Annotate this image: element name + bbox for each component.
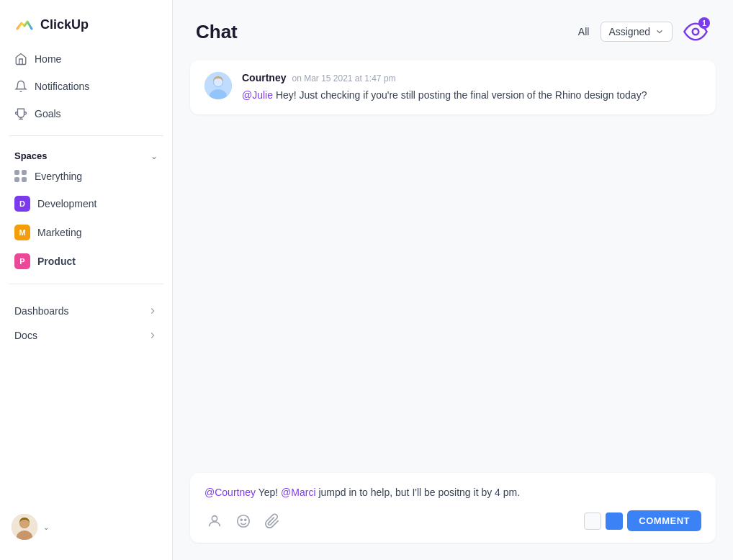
paperclip-icon xyxy=(264,513,280,529)
message-text: @Julie Hey! Just checking if you're stil… xyxy=(242,88,647,103)
sidebar-item-goals[interactable]: Goals xyxy=(6,101,166,127)
sidebar-item-marketing[interactable]: M Marketing xyxy=(6,219,166,246)
main-header: Chat All Assigned 1 xyxy=(173,0,733,60)
reply-compose-box: @Courtney Yep! @Marci jumpd in to help, … xyxy=(190,473,716,543)
sidebar-item-development-label: Development xyxy=(37,198,97,209)
sidebar-item-home-label: Home xyxy=(35,53,61,65)
sidebar: ClickUp Home Notifications xyxy=(0,0,173,560)
sidebar-item-product[interactable]: P Product xyxy=(6,248,166,275)
marketing-badge: M xyxy=(14,225,30,240)
reply-mention-courtney: @Courtney xyxy=(204,487,256,498)
filter-assigned-dropdown[interactable]: Assigned xyxy=(601,22,673,42)
notification-count-badge: 1 xyxy=(698,17,710,29)
watch-notification-button[interactable]: 1 xyxy=(681,17,710,46)
comment-button[interactable]: COMMENT xyxy=(627,510,701,531)
courtney-avatar-image xyxy=(204,72,232,99)
sidebar-item-development[interactable]: D Development xyxy=(6,190,166,217)
logo-text: ClickUp xyxy=(40,17,89,32)
mention-user-icon[interactable] xyxy=(204,511,225,531)
page-title: Chat xyxy=(196,21,238,43)
reply-icon-group xyxy=(204,511,282,531)
filter-assigned-label: Assigned xyxy=(608,26,650,37)
svg-point-4 xyxy=(693,29,699,35)
sidebar-footer: ⌄ xyxy=(0,505,172,548)
attach-icon[interactable] xyxy=(262,511,282,531)
chevron-right-icon-docs xyxy=(148,330,158,340)
svg-point-9 xyxy=(212,515,217,520)
reply-toolbar: COMMENT xyxy=(204,510,701,531)
sidebar-item-everything[interactable]: Everything xyxy=(6,164,166,189)
sidebar-item-goals-label: Goals xyxy=(35,108,61,119)
sidebar-item-notifications-label: Notifications xyxy=(35,81,89,92)
filter-all-button[interactable]: All xyxy=(575,22,593,42)
sidebar-item-home[interactable]: Home xyxy=(6,46,166,72)
emoji-icon[interactable] xyxy=(233,511,253,531)
spaces-section-header: Spaces ⌄ xyxy=(0,145,172,164)
sidebar-item-product-label: Product xyxy=(37,256,76,267)
sidebar-item-marketing-label: Marketing xyxy=(37,227,81,238)
user-menu-chevron[interactable]: ⌄ xyxy=(43,523,49,531)
main-content: Chat All Assigned 1 xyxy=(173,0,733,560)
development-badge: D xyxy=(14,196,30,212)
chevron-right-icon xyxy=(148,306,158,316)
nav-divider-1 xyxy=(9,135,163,136)
message-time: on Mar 15 2021 at 1:47 pm xyxy=(292,73,395,83)
reply-text-content: @Courtney Yep! @Marci jumpd in to help, … xyxy=(204,484,701,500)
sidebar-item-everything-label: Everything xyxy=(35,171,82,182)
message-mention: @Julie xyxy=(242,89,273,101)
product-badge: P xyxy=(14,253,30,269)
message-body: Courtney on Mar 15 2021 at 1:47 pm @Juli… xyxy=(242,72,647,103)
sidebar-item-dashboards-label: Dashboards xyxy=(14,305,69,317)
svg-point-11 xyxy=(240,519,242,520)
message-author: Courtney xyxy=(242,72,286,83)
sidebar-item-docs[interactable]: Docs xyxy=(6,323,166,348)
sidebar-item-dashboards[interactable]: Dashboards xyxy=(6,299,166,323)
reply-action-buttons: COMMENT xyxy=(584,510,701,531)
message-body-text: Hey! Just checking if you're still posti… xyxy=(273,89,647,101)
avatar-image xyxy=(12,514,37,540)
clickup-logo-icon xyxy=(14,14,35,35)
reply-text-2: jumpd in to help, but I'll be positng it… xyxy=(316,487,521,498)
message-avatar xyxy=(204,72,232,99)
user-avatar[interactable] xyxy=(12,514,37,540)
spaces-title: Spaces xyxy=(14,150,48,161)
bell-icon xyxy=(14,80,27,93)
sidebar-item-notifications[interactable]: Notifications xyxy=(6,73,166,99)
header-right: All Assigned 1 xyxy=(575,17,710,46)
circle-icon xyxy=(235,513,251,529)
message-card: Courtney on Mar 15 2021 at 1:47 pm @Juli… xyxy=(190,60,716,114)
dropdown-chevron-icon xyxy=(655,27,665,37)
spaces-list: Everything D Development M Marketing P P… xyxy=(0,164,172,275)
nav-divider-2 xyxy=(9,284,163,284)
home-icon xyxy=(14,53,27,66)
sidebar-bottom-nav: Dashboards Docs xyxy=(0,299,172,348)
message-header: Courtney on Mar 15 2021 at 1:47 pm xyxy=(242,72,647,83)
logo-container: ClickUp xyxy=(0,0,172,46)
grid-icon xyxy=(14,170,27,183)
reply-mention-marci: @Marci xyxy=(281,487,315,498)
trophy-icon xyxy=(14,107,27,120)
svg-point-10 xyxy=(238,515,250,527)
sidebar-nav: Home Notifications Goals xyxy=(0,46,172,127)
action-box-blue[interactable] xyxy=(606,512,623,530)
reply-text-1: Yep! xyxy=(256,487,281,498)
action-box-gray[interactable] xyxy=(584,512,601,530)
sidebar-item-docs-label: Docs xyxy=(14,330,37,341)
at-user-icon xyxy=(207,513,222,529)
spaces-chevron-icon[interactable]: ⌄ xyxy=(150,151,158,161)
chat-messages-area: Courtney on Mar 15 2021 at 1:47 pm @Juli… xyxy=(173,60,733,473)
svg-point-12 xyxy=(245,519,246,520)
